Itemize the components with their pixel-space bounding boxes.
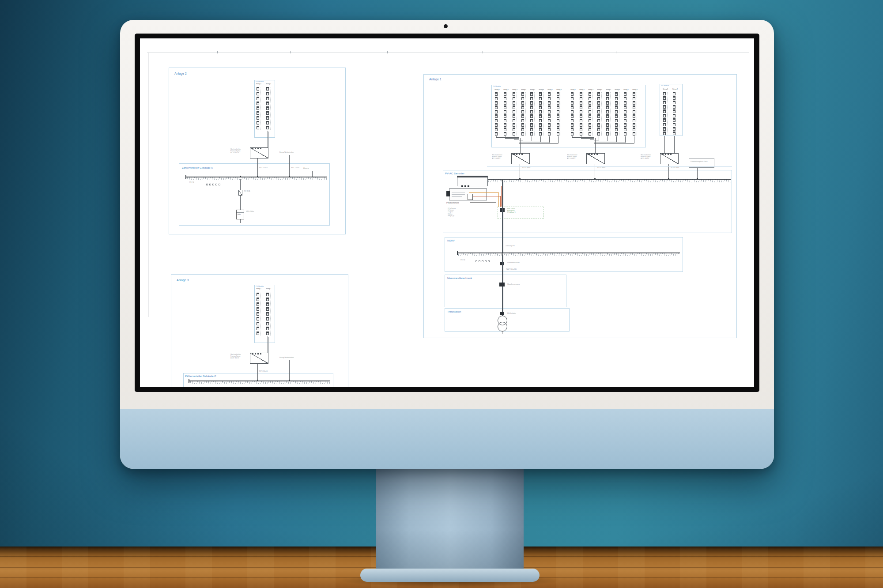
wire (452, 194, 465, 195)
pv-module (257, 327, 259, 330)
string-label: String 1 (663, 88, 668, 90)
pv-module (597, 101, 600, 105)
pv-ac-collector-label[interactable]: PV-AC Sammler (445, 172, 464, 175)
pv-module (266, 92, 269, 95)
pv-module (257, 121, 259, 124)
pv-module (633, 123, 635, 127)
pv-module (589, 97, 591, 100)
pv-module (663, 109, 666, 113)
pv-module (495, 97, 498, 100)
pv-module (504, 123, 506, 127)
wire (674, 136, 675, 153)
module-note-line (260, 293, 261, 335)
pv-module (624, 123, 626, 127)
pv-module (624, 101, 626, 105)
fuse-symbol[interactable] (238, 190, 242, 196)
wire (519, 143, 558, 144)
pv-module (504, 132, 506, 136)
wire (594, 141, 608, 141)
busbar[interactable] (185, 177, 327, 180)
pv-module (257, 106, 259, 110)
wire (502, 332, 502, 334)
pv-module (633, 92, 635, 96)
photo-scene: Anlage 2 PV Module Zählerverteiler Gebäu… (0, 0, 883, 588)
wire (457, 251, 458, 255)
inverter-ports (252, 353, 262, 354)
section-label-anlage3[interactable]: Anlage 3 (177, 279, 189, 282)
pv-module (557, 132, 559, 136)
inverter-ports (252, 148, 262, 149)
pv-module (521, 119, 524, 122)
pv-module (539, 110, 542, 113)
wire (590, 139, 594, 139)
pv-module (571, 110, 574, 113)
wire (290, 51, 291, 53)
string-label: String 4 (597, 89, 602, 90)
anlage1-array1-label: PV Module (493, 86, 501, 87)
pv-module (615, 119, 618, 122)
pv-module (530, 106, 533, 109)
string-label: String 5 (606, 89, 611, 90)
pv-module (673, 105, 675, 109)
wire (387, 51, 388, 53)
section-label-anlage1[interactable]: Anlage 1 (429, 78, 442, 81)
pv-module (615, 101, 618, 105)
annotation-text: WechselrichterFronius SymoAC 3~400 V (230, 148, 241, 154)
wire (608, 136, 608, 141)
annotation-text: PE / N (189, 181, 194, 183)
pv-module (580, 110, 582, 113)
pv-module (530, 92, 533, 96)
camera-icon (444, 24, 448, 28)
pv-module (257, 322, 259, 325)
pv-module (673, 92, 675, 95)
pv-module (513, 97, 515, 100)
wire (147, 52, 749, 53)
busbar[interactable] (457, 253, 680, 256)
annotation-text: WechselrichterFronius SymoAC 3~400 V (567, 154, 577, 160)
transformer-circle-bottom[interactable] (498, 322, 507, 332)
module-note-line (667, 92, 668, 135)
anlage2-distribution-label[interactable]: Zählerverteiler Gebäude A (182, 166, 213, 169)
wire (259, 337, 259, 353)
pv-module (495, 101, 498, 105)
pv-module (513, 110, 515, 113)
section-label-anlage2[interactable]: Anlage 2 (174, 72, 187, 75)
pv-module (504, 101, 506, 105)
annotation-text: NAYY-J 4x240 (506, 268, 517, 270)
metering-cabinet-label[interactable]: Messwandlerschrank (447, 277, 472, 279)
pv-module (673, 109, 675, 113)
pv-module (589, 123, 591, 127)
terminal-square (215, 184, 217, 185)
annotation-text: Lasttrennschalter (507, 262, 520, 264)
string-label: String 4 (521, 89, 526, 90)
pv-module (557, 123, 559, 127)
metering-cabinet-box[interactable] (445, 275, 566, 307)
pv-module (266, 322, 269, 325)
pv-module (663, 127, 666, 131)
wire (312, 171, 313, 177)
busbar[interactable] (487, 179, 731, 182)
anlage3-distribution-label[interactable]: Zählerverteiler Gebäude C (185, 375, 216, 377)
pv-module (663, 132, 666, 135)
device-port (468, 185, 469, 187)
busbar[interactable] (189, 381, 330, 384)
pv-module (530, 123, 533, 127)
pv-module (633, 97, 635, 100)
pv-module (557, 92, 559, 96)
pv-module (266, 111, 269, 115)
trafo-label[interactable]: Trafostation (447, 310, 461, 313)
pv-module (548, 97, 551, 100)
pv-module (673, 114, 675, 117)
pv-module (571, 97, 574, 100)
pv-module (673, 118, 675, 122)
anlage2-distribution-box[interactable] (179, 163, 330, 226)
pv-module (580, 128, 582, 131)
metering-transformer-symbol[interactable] (499, 283, 505, 286)
pv-module (580, 114, 582, 118)
nshv-label[interactable]: NSHV (447, 239, 455, 242)
terminal-block[interactable] (468, 194, 473, 200)
ms-switch-symbol[interactable] (500, 312, 504, 315)
pv-module (597, 110, 600, 113)
annotation-text: Bezug Netzbetreiber (279, 151, 294, 153)
pv-module (580, 132, 582, 136)
